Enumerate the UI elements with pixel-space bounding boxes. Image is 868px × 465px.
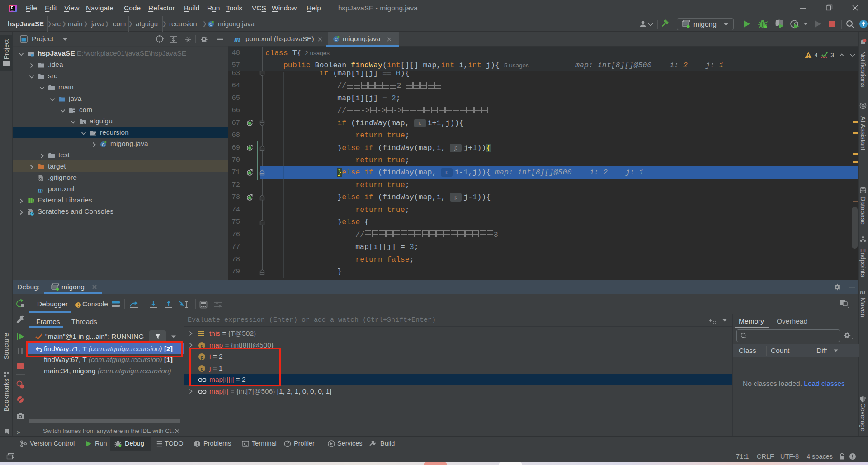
svg-text:C: C [209, 22, 212, 27]
svg-text:C: C [335, 37, 338, 42]
svg-text:C: C [102, 142, 105, 147]
